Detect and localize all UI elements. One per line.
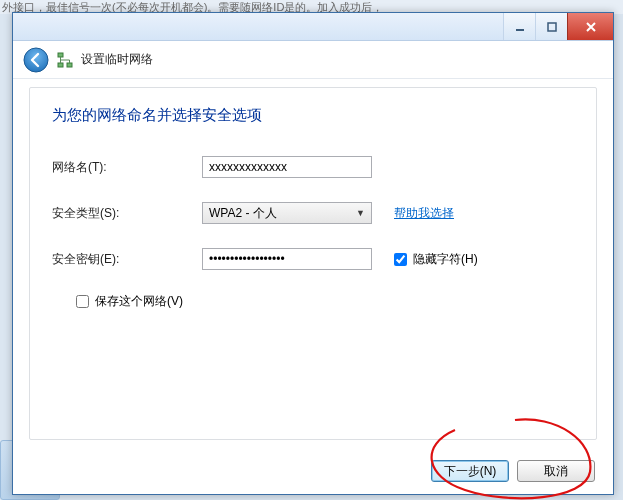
network-name-input[interactable]: [202, 156, 372, 178]
row-save-network: 保存这个网络(V): [76, 293, 574, 310]
security-type-dropdown[interactable]: WPA2 - 个人 ▼: [202, 202, 372, 224]
wizard-title: 设置临时网络: [81, 51, 153, 68]
save-network-label: 保存这个网络(V): [95, 293, 183, 310]
row-security-key: 安全密钥(E): 隐藏字符(H): [52, 247, 574, 271]
row-network-name: 网络名(T):: [52, 155, 574, 179]
svg-rect-0: [516, 29, 524, 31]
titlebar: [13, 13, 613, 41]
network-name-label: 网络名(T):: [52, 159, 202, 176]
security-key-label: 安全密钥(E):: [52, 251, 202, 268]
minimize-icon: [514, 21, 526, 33]
chevron-down-icon: ▼: [356, 208, 365, 218]
close-icon: [584, 20, 598, 34]
page-heading: 为您的网络命名并选择安全选项: [52, 106, 574, 125]
row-security-type: 安全类型(S): WPA2 - 个人 ▼ 帮助我选择: [52, 201, 574, 225]
security-key-input[interactable]: [202, 248, 372, 270]
cancel-button[interactable]: 取消: [517, 460, 595, 482]
back-button[interactable]: [23, 47, 49, 73]
save-network-checkbox[interactable]: [76, 295, 89, 308]
svg-rect-3: [58, 53, 63, 57]
security-type-label: 安全类型(S):: [52, 205, 202, 222]
hide-chars-label: 隐藏字符(H): [413, 251, 478, 268]
svg-point-2: [24, 48, 48, 72]
titlebar-spacer: [13, 13, 503, 40]
security-type-value: WPA2 - 个人: [209, 205, 277, 222]
wizard-header: 设置临时网络: [13, 41, 613, 79]
minimize-button[interactable]: [503, 13, 535, 40]
maximize-button[interactable]: [535, 13, 567, 40]
network-icon: [57, 52, 73, 68]
wizard-window: 设置临时网络 为您的网络命名并选择安全选项 网络名(T): 安全类型(S): W…: [12, 12, 614, 495]
close-button[interactable]: [567, 13, 613, 40]
bg-blur-left: [0, 14, 10, 500]
maximize-icon: [546, 21, 558, 33]
help-choose-link[interactable]: 帮助我选择: [394, 205, 454, 222]
svg-rect-5: [58, 63, 63, 67]
wizard-footer: 下一步(N) 取消: [13, 448, 613, 494]
hide-chars-checkbox[interactable]: [394, 253, 407, 266]
svg-rect-1: [548, 23, 556, 31]
wizard-content: 为您的网络命名并选择安全选项 网络名(T): 安全类型(S): WPA2 - 个…: [29, 87, 597, 440]
next-button[interactable]: 下一步(N): [431, 460, 509, 482]
svg-rect-4: [67, 63, 72, 67]
